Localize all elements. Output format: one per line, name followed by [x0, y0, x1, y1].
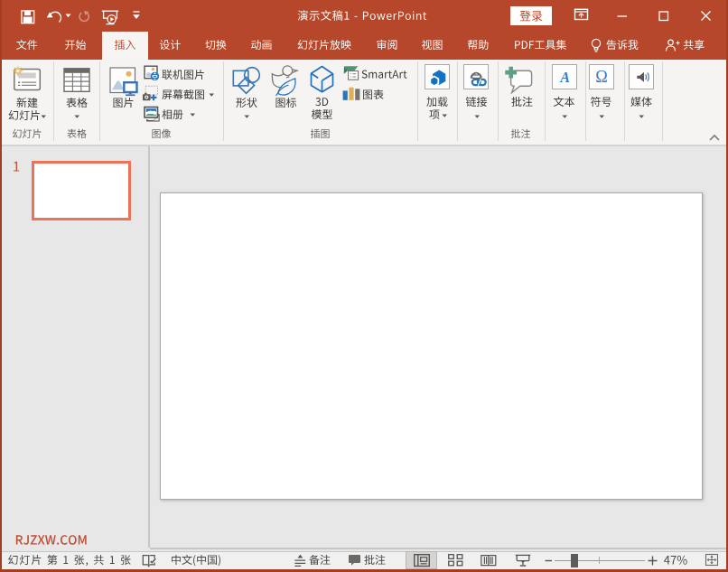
svg-text:A: A — [559, 70, 570, 85]
svg-text:Ω: Ω — [595, 68, 607, 86]
